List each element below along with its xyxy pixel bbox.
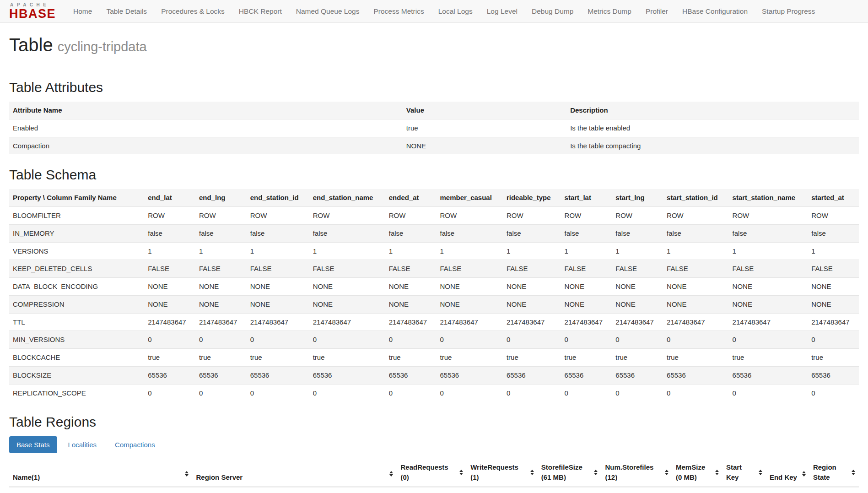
schema-value-cell: 0 [503,331,561,349]
hbase-logo[interactable]: APACHE HBASE [9,3,56,20]
sort-icon[interactable] [185,471,189,477]
schema-col-start-lng: start_lng [612,189,663,206]
sort-icon[interactable] [594,470,598,475]
sort-icon[interactable] [852,470,855,475]
schema-col-end-station-id: end_station_id [247,189,309,206]
nav-item-log-level[interactable]: Log Level [487,7,518,16]
schema-value-cell: 1 [436,242,502,260]
regions-col-label: StorefileSize (61 MB) [541,462,592,482]
sort-down-arrow [852,473,855,475]
sort-up-arrow [665,470,669,472]
schema-value-cell: true [561,349,612,367]
sort-down-arrow [185,474,189,477]
sort-down-arrow [459,473,463,475]
sort-up-arrow [594,470,598,472]
schema-value-cell: NONE [436,278,502,296]
tab-localities[interactable]: Localities [61,436,104,453]
schema-value-cell: false [195,224,247,242]
schema-value-cell: 2147483647 [663,313,729,331]
schema-property-cell: BLOCKCACHE [9,349,144,367]
schema-col-ended-at: ended_at [385,189,437,206]
schema-value-cell: FALSE [144,260,195,278]
schema-value-cell: 2147483647 [729,313,808,331]
schema-value-cell: 65536 [309,366,385,384]
schema-value-cell: true [144,349,195,367]
schema-value-cell: 0 [561,331,612,349]
sort-icon[interactable] [715,470,719,475]
region-end-key-cell [766,487,809,493]
schema-value-cell: ROW [729,207,808,225]
regions-col-name-1: Name(1) [9,459,192,487]
nav-item-named-queue-logs[interactable]: Named Queue Logs [296,7,360,16]
sort-icon[interactable] [459,470,463,475]
nav-item-metrics-dump[interactable]: Metrics Dump [588,7,631,16]
nav-item-debug-dump[interactable]: Debug Dump [532,7,573,16]
nav-item-hbck-report[interactable]: HBCK Report [239,7,282,16]
regions-col-inner: Start Key [726,462,762,482]
schema-value-cell: 0 [612,331,663,349]
schema-value-cell: true [436,349,502,367]
nav-item-hbase-configuration[interactable]: HBase Configuration [682,7,748,16]
schema-value-cell: 1 [561,242,612,260]
regions-col-label: Name(1) [13,472,40,482]
logo-hbase-text: HBASE [9,8,56,20]
schema-col-end-station-name: end_station_name [309,189,385,206]
schema-property-cell: DATA_BLOCK_ENCODING [9,278,144,296]
nav-item-startup-progress[interactable]: Startup Progress [762,7,815,16]
regions-col-readrequests-0: ReadRequests (0) [397,459,467,487]
schema-value-cell: 0 [144,331,195,349]
schema-value-cell: 65536 [808,366,859,384]
schema-value-cell: NONE [309,295,385,313]
regions-heading: Table Regions [9,414,859,430]
regions-col-label: Num.Storefiles (12) [605,462,662,482]
attributes-col-value: Value [403,102,566,119]
schema-col-rideable-type: rideable_type [503,189,561,206]
nav-item-profiler[interactable]: Profiler [646,7,668,16]
schema-value-cell: NONE [247,278,309,296]
schema-value-cell: 65536 [663,366,729,384]
attributes-heading: Table Attributes [9,80,859,95]
sort-icon[interactable] [759,470,762,475]
schema-value-cell: NONE [729,295,808,313]
schema-value-cell: 0 [808,331,859,349]
regions-col-inner: ReadRequests (0) [400,462,463,482]
sort-icon[interactable] [802,471,806,477]
schema-value-cell: NONE [663,295,729,313]
sort-icon[interactable] [389,471,393,477]
nav-item-procedures-locks[interactable]: Procedures & Locks [161,7,225,16]
schema-value-cell: 0 [385,384,437,401]
schema-value-cell: ROW [195,207,247,225]
schema-value-cell: 2147483647 [561,313,612,331]
schema-value-cell: ROW [612,207,663,225]
sort-down-arrow [759,473,762,475]
schema-value-cell: FALSE [729,260,808,278]
nav-item-local-logs[interactable]: Local Logs [438,7,473,16]
tab-compactions[interactable]: Compactions [108,436,162,453]
sort-icon[interactable] [665,470,669,475]
schema-col-start-lat: start_lat [561,189,612,206]
schema-value-cell: NONE [309,278,385,296]
schema-row-ttl: TTL2147483647214748364721474836472147483… [9,313,859,331]
sort-icon[interactable] [530,470,534,475]
schema-heading: Table Schema [9,167,859,183]
schema-value-cell: 1 [503,242,561,260]
schema-value-cell: 65536 [195,366,247,384]
tab-base-stats[interactable]: Base Stats [9,436,57,453]
schema-value-cell: true [385,349,437,367]
nav-item-home[interactable]: Home [73,7,92,16]
schema-value-cell: false [561,224,612,242]
nav-links: HomeTable DetailsProcedures & LocksHBCK … [73,7,815,16]
schema-value-cell: NONE [144,278,195,296]
schema-value-cell: false [663,224,729,242]
nav-item-table-details[interactable]: Table Details [106,7,147,16]
page-subtitle: cycling-tripdata [58,39,147,54]
nav-item-process-metrics[interactable]: Process Metrics [373,7,424,16]
schema-value-cell: 1 [663,242,729,260]
schema-value-cell: 2147483647 [309,313,385,331]
schema-value-cell: ROW [663,207,729,225]
schema-value-cell: true [503,349,561,367]
schema-value-cell: NONE [195,295,247,313]
region-start-key-cell [722,487,766,493]
schema-value-cell: 2147483647 [144,313,195,331]
schema-value-cell: false [729,224,808,242]
